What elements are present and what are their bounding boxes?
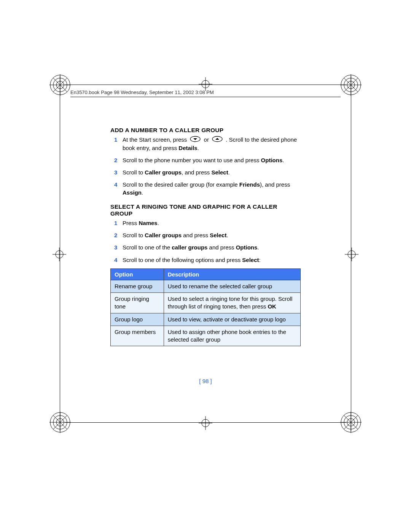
step-text: Scroll to Caller groups and press Select…: [123, 232, 301, 239]
step-number: 4: [114, 256, 123, 264]
description-cell: Used to select a ringing tone for this g…: [164, 293, 300, 313]
option-cell: Rename group: [111, 280, 164, 292]
step-item: 4 Scroll to the desired caller group (fo…: [114, 181, 301, 197]
bold-text: Select: [210, 232, 226, 238]
trim-line-bottom: [65, 422, 346, 423]
text: and press: [207, 244, 236, 251]
step-text: Scroll to Caller groups, and press Selec…: [123, 169, 301, 176]
step-item: 3 Scroll to one of the caller groups and…: [114, 244, 301, 251]
step-text: Scroll to the phone number you want to u…: [123, 157, 301, 164]
step-number: 2: [114, 157, 123, 164]
description-cell: Used to view, activate or deactivate gro…: [164, 313, 300, 326]
crosshair-left: [53, 248, 66, 261]
text: Scroll to the desired caller group (for …: [123, 181, 239, 188]
crosshair-right: [345, 248, 358, 261]
bold-text: Friends: [239, 181, 260, 188]
text: and press: [182, 232, 210, 238]
bold-text: Options: [236, 244, 258, 251]
page-content: ADD A NUMBER TO A CALLER GROUP 1 At the …: [110, 120, 301, 346]
option-cell: Group logo: [111, 313, 164, 326]
description-cell: Used to assign other phone book entries …: [164, 326, 300, 346]
text: .: [226, 232, 228, 238]
crosshair-top: [199, 77, 212, 91]
step-item: 2 Scroll to the phone number you want to…: [114, 157, 301, 164]
text: Scroll to one of the following options a…: [123, 257, 242, 263]
step-item: 1 At the Start screen, press or . Scroll…: [114, 136, 301, 152]
section1-steps: 1 At the Start screen, press or . Scroll…: [114, 136, 301, 197]
table-header-option: Option: [111, 268, 164, 280]
text: Scroll to the phone number you want to u…: [123, 157, 261, 163]
text: .: [257, 244, 259, 251]
text: , and press: [182, 169, 211, 176]
text: .: [198, 145, 199, 151]
table-row: Rename group Used to rename the selected…: [111, 280, 301, 292]
step-number: 3: [114, 169, 123, 176]
step-text: Scroll to the desired caller group (for …: [123, 181, 301, 197]
bold-text: Select: [242, 257, 259, 263]
text: Press: [123, 220, 139, 226]
bold-text: OK: [268, 303, 276, 310]
table-row: Group logo Used to view, activate or dea…: [111, 313, 301, 326]
step-item: 1 Press Names.: [114, 219, 301, 227]
step-number: 3: [114, 244, 123, 251]
step-number: 1: [114, 136, 123, 152]
text: Scroll to: [123, 232, 145, 238]
trim-line-top: [65, 85, 346, 85]
step-item: 2 Scroll to Caller groups and press Sele…: [114, 232, 301, 239]
text: :: [259, 257, 261, 263]
text: or: [204, 136, 211, 143]
step-item: 4 Scroll to one of the following options…: [114, 256, 301, 264]
text: .: [228, 169, 230, 176]
page-header: En3570.book Page 98 Wednesday, September…: [70, 89, 341, 97]
text: Scroll to: [123, 169, 145, 176]
text: ), and press: [260, 181, 290, 188]
step-text: Press Names.: [123, 219, 301, 227]
options-table: Option Description Rename group Used to …: [110, 268, 301, 347]
section2-steps: 1 Press Names. 2 Scroll to Caller groups…: [114, 219, 301, 264]
step-number: 1: [114, 219, 123, 227]
option-cell: Group ringing tone: [111, 293, 164, 313]
text: .: [282, 157, 284, 163]
section1-heading: ADD A NUMBER TO A CALLER GROUP: [110, 127, 301, 134]
text: At the Start screen, press: [123, 136, 188, 143]
table-row: Group members Used to assign other phone…: [111, 326, 301, 346]
text: Scroll to one of the: [123, 244, 172, 251]
up-arrow-icon: [212, 136, 223, 144]
step-text: Scroll to one of the caller groups and p…: [123, 244, 301, 251]
table-header-row: Option Description: [111, 268, 301, 280]
table-row: Group ringing tone Used to select a ring…: [111, 293, 301, 313]
text: .: [142, 189, 143, 196]
step-number: 4: [114, 181, 123, 197]
bold-text: Select: [211, 169, 228, 176]
crop-mark-top-left: [49, 74, 71, 96]
bold-text: Options: [261, 157, 283, 163]
text: .: [158, 220, 159, 226]
description-cell: Used to rename the selected caller group: [164, 280, 300, 292]
bold-text: Details: [178, 145, 197, 151]
bold-text: Names: [139, 220, 158, 226]
bold-text: Caller groups: [145, 169, 182, 176]
bold-text: Assign: [123, 189, 142, 196]
bold-text: caller groups: [172, 244, 207, 251]
step-text: At the Start screen, press or . Scroll t…: [123, 136, 301, 152]
table-header-description: Description: [164, 268, 300, 280]
option-cell: Group members: [111, 326, 164, 346]
step-number: 2: [114, 232, 123, 239]
down-arrow-icon: [190, 136, 201, 144]
step-item: 3 Scroll to Caller groups, and press Sel…: [114, 169, 301, 176]
bold-text: Caller groups: [145, 232, 182, 238]
step-text: Scroll to one of the following options a…: [123, 256, 301, 264]
crosshair-bottom: [199, 416, 212, 430]
page-number: [ 98 ]: [0, 378, 411, 384]
section2-heading: SELECT A RINGING TONE AND GRAPHIC FOR A …: [110, 203, 301, 217]
